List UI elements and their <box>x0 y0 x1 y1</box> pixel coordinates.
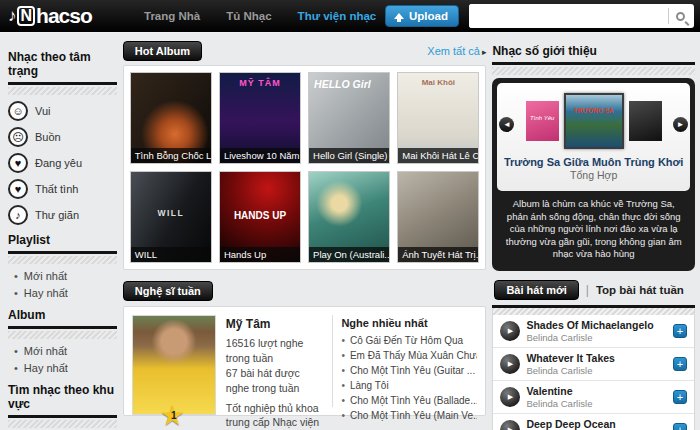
song-tabs: Bài hát mới | Top bài hát tuần <box>492 280 695 300</box>
most-played-item[interactable]: Cô Gái Đến Từ Hôm Qua <box>341 333 477 348</box>
most-played-item[interactable]: Cho Một Tình Yêu (Ballade... <box>341 393 477 408</box>
most-played-item[interactable]: Em Đã Thấy Mùa Xuân Chưa <box>341 348 477 363</box>
sidebar-album-item[interactable]: Mới nhất <box>8 342 117 359</box>
album-caption: Hello Girl (Single) <box>309 148 389 163</box>
search-divider <box>668 8 669 24</box>
song-row: ▶ Shades Of Michaelangelo Belinda Carlis… <box>493 315 694 348</box>
sidebar-playlist-item[interactable]: Hay nhất <box>8 284 117 301</box>
playlist-section-title: Playlist <box>8 228 117 254</box>
featured-section-title: Nhạc số giới thiệu <box>492 39 695 65</box>
left-sidebar: Nhạc theo tâm trạng ☺ Vui ☹ Buồn ♥ Đang … <box>0 39 123 430</box>
song-title[interactable]: Valentine <box>526 385 667 397</box>
album-cover[interactable]: Tình Bỗng Chốc Là... <box>130 72 212 164</box>
mood-label: Vui <box>35 105 51 117</box>
top-header: ♪Nhacso Trang Nhà Tủ Nhạc Thư viện nhạc … <box>0 0 700 33</box>
song-title[interactable]: Shades Of Michaelangelo <box>526 319 667 331</box>
album-section-title: Album <box>8 303 117 329</box>
sad-face-icon: ☹ <box>8 127 28 147</box>
divider <box>493 308 694 315</box>
most-played-item[interactable]: Làng Tôi <box>341 378 477 393</box>
right-sidebar: Nhạc số giới thiệu ◄ ► Tình Yêu TRƯỜNG S… <box>492 39 695 430</box>
upload-button[interactable]: Upload <box>385 5 459 27</box>
carousel-cover[interactable] <box>629 101 662 141</box>
tab-new-songs[interactable]: Bài hát mới <box>494 280 578 300</box>
play-icon[interactable]: ▶ <box>500 354 520 374</box>
album-art-text: Mai Khôi <box>398 78 478 87</box>
add-to-playlist-icon[interactable]: + <box>673 324 687 338</box>
album-caption: Ánh Tuyết Hát Trị... <box>398 247 478 262</box>
album-cover[interactable]: HELLO Girl Hello Girl (Single) <box>308 72 390 164</box>
view-all-label: Xem tất cả <box>427 45 480 57</box>
sidebar-playlist-item[interactable]: Mới nhất <box>8 267 117 284</box>
play-icon[interactable]: ▶ <box>500 420 520 430</box>
featured-album-artist: Tổng Hợp <box>501 169 686 185</box>
mood-label: Buồn <box>35 131 61 143</box>
album-caption: Mai Khôi Hát Lê C... <box>398 148 478 163</box>
album-cover[interactable]: MỸ TÂM Liveshow 10 Năm C... <box>219 72 301 164</box>
divider <box>8 420 117 428</box>
album-cover[interactable]: Play On (Australi... <box>308 171 390 263</box>
carousel-cover[interactable]: TRƯỜNG SA <box>564 93 624 149</box>
add-to-playlist-icon[interactable]: + <box>673 357 687 371</box>
tab-top-songs-week[interactable]: Top bài hát tuần <box>596 284 684 296</box>
featured-panel: ◄ ► Tình Yêu TRƯỜNG SA Trường Sa Giữa Mu… <box>492 78 695 271</box>
view-all-link[interactable]: Xem tất cả▸ <box>427 45 486 57</box>
featured-album-title[interactable]: Trường Sa Giữa Muôn Trùng Khơi <box>501 156 686 168</box>
add-to-playlist-icon[interactable]: + <box>673 390 687 404</box>
most-played-item[interactable]: Cho Một Tình Yêu (Guitar ... <box>341 363 477 378</box>
vertical-divider <box>332 315 333 407</box>
logo-letter: N <box>17 6 36 26</box>
upload-label: Upload <box>409 10 448 22</box>
divider <box>8 87 117 95</box>
song-row: ▶ Whatever It Takes Belinda Carlisle + <box>493 348 694 381</box>
song-title[interactable]: Deep Deep Ocean <box>526 418 667 430</box>
search-icon[interactable] <box>676 12 685 21</box>
song-meta: Whatever It Takes Belinda Carlisle <box>520 352 673 376</box>
site-logo[interactable]: ♪Nhacso <box>8 4 126 28</box>
carousel-cover[interactable]: Tình Yêu <box>526 101 559 141</box>
play-icon[interactable]: ▶ <box>500 387 520 407</box>
song-artist: Belinda Carlisle <box>526 365 667 376</box>
sidebar-mood-item[interactable]: ♪ Thư giãn <box>8 202 117 228</box>
artist-info: Mỹ Tâm 16516 lượt nghe trong tuần 67 bài… <box>216 315 331 407</box>
album-cover[interactable]: HANDS UP Hands Up <box>219 171 301 263</box>
search-box <box>469 4 694 28</box>
hot-album-grid: Tình Bỗng Chốc Là... MỸ TÂM Liveshow 10 … <box>123 65 487 270</box>
search-input[interactable] <box>469 4 668 28</box>
album-caption: Play On (Australi... <box>309 247 389 262</box>
music-note-icon: ♪ <box>8 205 28 225</box>
main-nav: Trang Nhà Tủ Nhạc Thư viện nhạc <box>144 10 376 22</box>
play-icon[interactable]: ▶ <box>500 321 520 341</box>
album-art-text: WILL <box>131 208 211 218</box>
region-section-title: Tìm nhạc theo khu vực <box>8 378 117 418</box>
album-cover[interactable]: WILL WILL <box>130 171 212 263</box>
happy-face-icon: ☺ <box>8 101 28 121</box>
sidebar-mood-item[interactable]: ☹ Buồn <box>8 124 117 150</box>
sidebar-mood-item[interactable]: ♥ Thất tình <box>8 176 117 202</box>
artist-photo[interactable]: ★ 1 <box>132 315 216 415</box>
sidebar-album-item[interactable]: Hay nhất <box>8 359 117 376</box>
album-cover[interactable]: Ánh Tuyết Hát Trị... <box>397 171 479 263</box>
album-caption: Liveshow 10 Năm C... <box>220 148 300 163</box>
artist-name: Mỹ Tâm <box>226 317 321 331</box>
nav-item-library[interactable]: Thư viện nhạc <box>298 10 377 22</box>
most-played-list: Nghe nhiều nhất Cô Gái Đến Từ Hôm Qua Em… <box>341 315 477 407</box>
artist-bio: Tốt nghiệp thủ khoa trung cấp Nhạc viện … <box>226 402 321 430</box>
carousel-next-icon[interactable]: ► <box>673 117 688 132</box>
sidebar-mood-item[interactable]: ♥ Đang yêu <box>8 150 117 176</box>
sidebar-mood-item[interactable]: ☺ Vui <box>8 98 117 124</box>
nav-item-my-music[interactable]: Tủ Nhạc <box>226 10 271 22</box>
nav-item-home[interactable]: Trang Nhà <box>144 10 200 22</box>
mood-label: Thất tình <box>35 183 78 195</box>
add-to-playlist-icon[interactable]: + <box>673 423 687 430</box>
most-played-item[interactable]: Cho Một Tình Yêu (Main Ve... <box>341 408 477 423</box>
song-artist: Belinda Carlisle <box>526 332 667 343</box>
music-note-icon: ♪ <box>8 6 16 26</box>
album-caption: Tình Bỗng Chốc Là... <box>131 148 211 163</box>
rank-star-badge: ★ 1 <box>160 402 188 430</box>
song-title[interactable]: Whatever It Takes <box>526 352 667 364</box>
most-played-title: Nghe nhiều nhất <box>341 317 477 329</box>
album-cover[interactable]: Mai Khôi Mai Khôi Hát Lê C... <box>397 72 479 164</box>
song-meta: Valentine Belinda Carlisle <box>520 385 673 409</box>
artist-week-badge: Nghệ sĩ tuần <box>123 281 213 301</box>
